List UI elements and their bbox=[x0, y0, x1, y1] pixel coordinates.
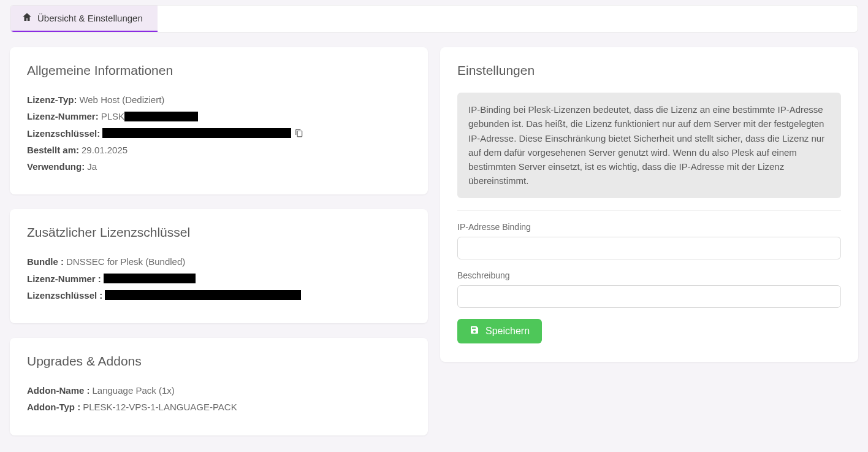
row-license-number: Lizenz-Nummer: PLSK bbox=[27, 109, 411, 123]
add-license-number-redacted bbox=[104, 274, 196, 283]
right-column: Einstellungen IP-Binding bei Plesk-Lizen… bbox=[440, 47, 858, 377]
card-additional-key: Zusätzlicher Lizenzschlüssel Bundle : DN… bbox=[10, 209, 428, 323]
license-number-label: Lizenz-Nummer: bbox=[27, 109, 99, 123]
license-key-redacted bbox=[102, 128, 291, 138]
tab-label: Übersicht & Einstellungen bbox=[37, 13, 143, 23]
add-license-key-label: Lizenzschlüssel : bbox=[27, 288, 102, 302]
form-group-ip: IP-Adresse Binding bbox=[457, 222, 841, 259]
row-addon-name: Addon-Name : Language Pack (1x) bbox=[27, 383, 411, 397]
divider bbox=[457, 210, 841, 211]
row-add-license-number: Lizenz-Nummer : bbox=[27, 272, 411, 286]
add-license-key-redacted bbox=[105, 290, 301, 300]
row-license-key: Lizenzschlüssel: bbox=[27, 126, 411, 140]
bundle-label: Bundle : bbox=[27, 255, 64, 269]
save-button-label: Speichern bbox=[485, 326, 530, 337]
addons-title: Upgrades & Addons bbox=[27, 354, 411, 369]
row-usage: Verwendung: Ja bbox=[27, 159, 411, 174]
card-general-info: Allgemeine Informationen Lizenz-Typ: Web… bbox=[10, 47, 428, 194]
copy-icon[interactable] bbox=[295, 129, 303, 137]
license-key-label: Lizenzschlüssel: bbox=[27, 126, 100, 140]
license-type-label: Lizenz-Typ: bbox=[27, 93, 77, 107]
bundle-value: DNSSEC for Plesk (Bundled) bbox=[66, 255, 185, 269]
addon-name-value: Language Pack (1x) bbox=[93, 383, 175, 397]
tab-overview-settings[interactable]: Übersicht & Einstellungen bbox=[10, 6, 158, 32]
usage-value: Ja bbox=[87, 159, 97, 174]
row-add-license-key: Lizenzschlüssel : bbox=[27, 288, 411, 302]
add-license-number-label: Lizenz-Nummer : bbox=[27, 272, 101, 286]
ip-binding-label: IP-Adresse Binding bbox=[457, 222, 841, 232]
license-number-prefix: PLSK bbox=[101, 109, 124, 123]
addon-type-label: Addon-Typ : bbox=[27, 400, 80, 414]
card-upgrades-addons: Upgrades & Addons Addon-Name : Language … bbox=[10, 338, 428, 435]
row-bundle: Bundle : DNSSEC for Plesk (Bundled) bbox=[27, 255, 411, 269]
tab-bar: Übersicht & Einstellungen bbox=[10, 5, 858, 33]
ip-binding-input[interactable] bbox=[457, 237, 841, 259]
license-number-redacted bbox=[124, 112, 198, 121]
ordered-label: Bestellt am: bbox=[27, 143, 79, 157]
settings-title: Einstellungen bbox=[457, 63, 841, 78]
usage-label: Verwendung: bbox=[27, 159, 85, 174]
home-icon bbox=[21, 12, 32, 25]
addon-type-value: PLESK-12-VPS-1-LANGUAGE-PACK bbox=[83, 400, 237, 414]
row-license-type: Lizenz-Typ: Web Host (Dediziert) bbox=[27, 93, 411, 107]
addon-name-label: Addon-Name : bbox=[27, 383, 90, 397]
card-settings: Einstellungen IP-Binding bei Plesk-Lizen… bbox=[440, 47, 858, 362]
additional-title: Zusätzlicher Lizenzschlüssel bbox=[27, 225, 411, 240]
left-column: Allgemeine Informationen Lizenz-Typ: Web… bbox=[10, 47, 428, 450]
license-type-value: Web Host (Dediziert) bbox=[79, 93, 164, 107]
description-input[interactable] bbox=[457, 285, 841, 308]
row-addon-type: Addon-Typ : PLESK-12-VPS-1-LANGUAGE-PACK bbox=[27, 400, 411, 414]
description-label: Beschreibung bbox=[457, 270, 841, 280]
content-columns: Allgemeine Informationen Lizenz-Typ: Web… bbox=[10, 47, 858, 450]
form-group-desc: Beschreibung bbox=[457, 270, 841, 308]
save-button[interactable]: Speichern bbox=[457, 319, 542, 343]
ordered-value: 29.01.2025 bbox=[82, 143, 128, 157]
ip-binding-info: IP-Binding bei Plesk-Lizenzen bedeutet, … bbox=[457, 93, 841, 198]
general-title: Allgemeine Informationen bbox=[27, 63, 411, 78]
save-icon bbox=[470, 325, 479, 337]
row-ordered: Bestellt am: 29.01.2025 bbox=[27, 143, 411, 157]
